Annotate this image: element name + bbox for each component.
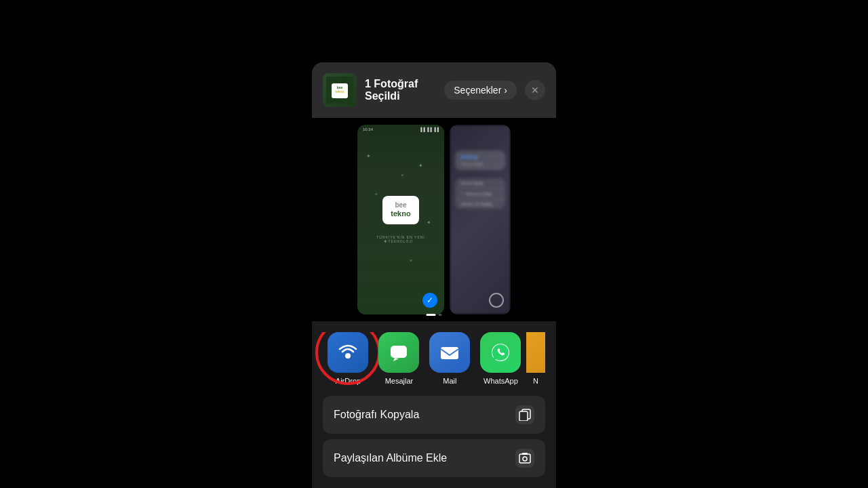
svg-rect-12 — [522, 453, 528, 455]
shared-album-icon — [515, 449, 534, 468]
dot-active — [427, 314, 436, 316]
close-button[interactable]: ✕ — [525, 80, 545, 100]
svg-text:tekno: tekno — [335, 89, 344, 94]
airdrop-menu-item-1: Alıma Kapalı — [455, 178, 505, 188]
airdrop-panel-title: AirDrop — [460, 155, 500, 159]
svg-rect-6 — [441, 347, 458, 359]
photo-selected-check: ✓ — [422, 293, 437, 308]
share-header: bee tekno 1 Fotoğraf Seçildi Seçenekler … — [312, 62, 556, 118]
partial-label: N — [533, 377, 538, 385]
pagination-dots — [427, 314, 442, 316]
svg-rect-9 — [519, 411, 528, 421]
airdrop-icon — [328, 332, 368, 373]
share-thumbnail: bee tekno — [323, 73, 357, 107]
main-photo[interactable]: 10:34 ▐▐ ▐▐ ▐▐ ✦ ✦ + ✦ ✦ × × + — [357, 125, 444, 314]
svg-rect-5 — [391, 346, 407, 358]
bee-logo: bee tekno — [382, 196, 418, 224]
apps-section: AirDrop Mesajlar — [312, 321, 556, 390]
copy-photo-icon — [515, 405, 534, 424]
whatsapp-label: WhatsApp — [484, 377, 518, 385]
whatsapp-icon — [480, 332, 521, 373]
photo-preview: 10:34 ▐▐ ▐▐ ▐▐ ✦ ✦ + ✦ ✦ × × + — [312, 118, 556, 321]
app-item-whatsapp[interactable]: WhatsApp — [475, 332, 526, 385]
apps-row: AirDrop Mesajlar — [312, 332, 556, 385]
copy-photo-label: Fotoğrafı Kopyala — [334, 409, 419, 421]
second-photo[interactable]: AirDrop Yalnızca Kişiler Alıma Kapalı ✓ … — [450, 125, 511, 314]
mail-label: Mail — [443, 377, 456, 385]
app-item-partial[interactable]: N — [526, 332, 545, 385]
messages-label: Mesajlar — [385, 377, 414, 385]
bee-subtitle: TÜRKİYE'NİN EN YENİTEKNOLOJİ — [376, 235, 425, 243]
svg-point-11 — [523, 457, 527, 461]
partial-icon — [526, 332, 545, 373]
options-button[interactable]: Seçenekler › — [444, 81, 517, 100]
share-title: 1 Fotoğraf Seçildi — [365, 78, 436, 102]
messages-icon — [378, 332, 419, 373]
status-bar-mini: 10:34 ▐▐ ▐▐ ▐▐ — [357, 127, 444, 131]
svg-rect-10 — [519, 454, 530, 463]
app-item-mail[interactable]: Mail — [425, 332, 475, 385]
shared-album-action[interactable]: Paylaşılan Albüme Ekle — [323, 439, 545, 477]
airdrop-label: AirDrop — [336, 377, 361, 385]
photo-unselected-circle — [489, 293, 504, 308]
copy-photo-action[interactable]: Fotoğrafı Kopyala — [323, 396, 545, 434]
close-icon: ✕ — [531, 85, 539, 96]
app-item-airdrop[interactable]: AirDrop — [323, 332, 374, 385]
airdrop-menu-item-2: ✓ Yalnızca Kişiler — [455, 188, 505, 199]
mail-icon — [429, 332, 470, 373]
shared-album-label: Paylaşılan Albüme Ekle — [334, 452, 447, 464]
app-item-messages[interactable]: Mesajlar — [374, 332, 425, 385]
airdrop-panel-subtitle: Yalnızca Kişiler — [460, 162, 500, 166]
actions-section: Fotoğrafı Kopyala Paylaşılan Albüme Ekle — [312, 390, 556, 488]
share-title-group: 1 Fotoğraf Seçildi — [365, 78, 436, 102]
airdrop-menu-item-3: Herkes 10 Dakika — [455, 199, 505, 209]
dot-inactive — [439, 314, 442, 316]
svg-point-4 — [345, 353, 351, 359]
